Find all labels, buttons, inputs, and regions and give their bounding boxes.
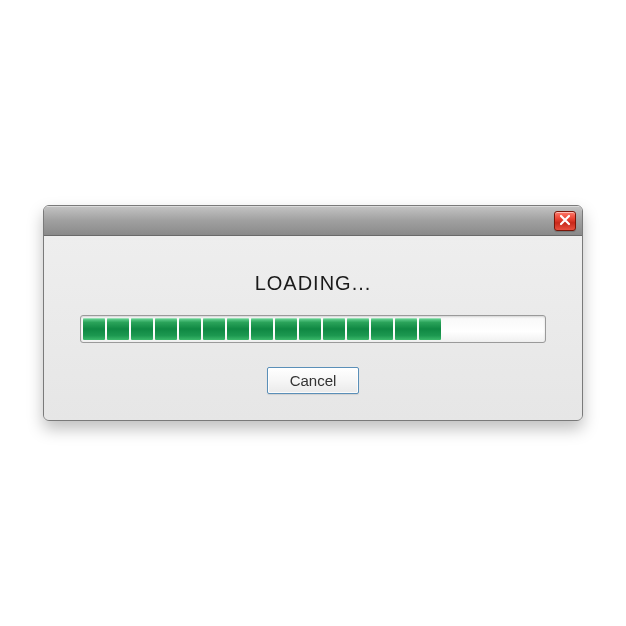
progress-segment (443, 318, 465, 340)
loading-label: LOADING... (255, 272, 372, 295)
progress-segment (107, 318, 129, 340)
progress-segment (299, 318, 321, 340)
progress-bar (80, 315, 546, 343)
close-icon (559, 212, 571, 230)
progress-segment (275, 318, 297, 340)
progress-segment (467, 318, 489, 340)
progress-segment (419, 318, 441, 340)
progress-segment (251, 318, 273, 340)
progress-segment (179, 318, 201, 340)
progress-segment (131, 318, 153, 340)
progress-segment (371, 318, 393, 340)
progress-segment (395, 318, 417, 340)
cancel-button[interactable]: Cancel (267, 367, 360, 394)
loading-dialog: LOADING... Cancel (43, 205, 583, 421)
titlebar (44, 206, 582, 236)
progress-segment (515, 318, 537, 340)
dialog-content: LOADING... Cancel (44, 236, 582, 420)
progress-segment (203, 318, 225, 340)
progress-segment (155, 318, 177, 340)
progress-segment (347, 318, 369, 340)
progress-segment (539, 318, 546, 340)
close-button[interactable] (554, 211, 576, 231)
progress-segment (83, 318, 105, 340)
progress-segment (491, 318, 513, 340)
progress-segment (227, 318, 249, 340)
progress-segment (323, 318, 345, 340)
